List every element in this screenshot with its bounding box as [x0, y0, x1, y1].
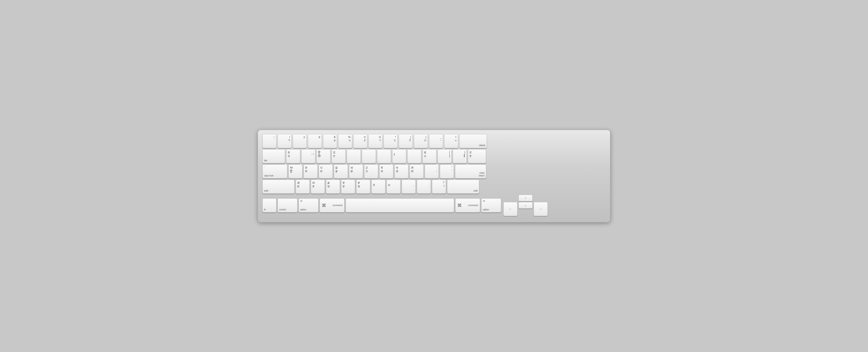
command-left-symbol: ⌘: [322, 203, 326, 208]
key-i[interactable]: · · f: [392, 149, 406, 163]
key-c[interactable]: ਛ਼ ਚ: [326, 180, 340, 194]
key-4[interactable]: $ ੪: [323, 134, 337, 148]
key-d[interactable]: ਪ ਦ: [319, 165, 333, 178]
key-backtick[interactable]: ~ `: [262, 134, 276, 148]
key-5[interactable]: % ੫: [338, 134, 352, 148]
key-1[interactable]: ! ੧: [278, 134, 291, 148]
key-2[interactable]: ੨: [293, 134, 307, 148]
key-3[interactable]: ੩: [308, 134, 322, 148]
key-j[interactable]: ਝ ਜ: [379, 165, 393, 178]
key-alt-right[interactable]: alt option: [481, 198, 501, 212]
key-arrow-left[interactable]: ←: [503, 202, 518, 216]
key-v[interactable]: ਝ਼ ਵ: [341, 180, 355, 194]
key-enter[interactable]: enter return: [455, 165, 486, 178]
tab-label: tab: [264, 159, 267, 162]
caps-lock-label: caps lock: [264, 174, 274, 177]
key-shift-right[interactable]: shift: [447, 180, 479, 194]
key-delete[interactable]: delete: [459, 134, 487, 148]
key-b[interactable]: ਭ ਬ: [356, 180, 370, 194]
key-y[interactable]: ·: [362, 149, 376, 163]
key-fn[interactable]: fn: [262, 198, 276, 212]
key-tilde-char: ~: [273, 136, 275, 139]
key-command-right[interactable]: ⌘ command: [455, 198, 480, 212]
key-f[interactable]: ਛ ਡ: [334, 165, 348, 178]
alt-left-label: option: [300, 208, 306, 211]
key-semicolon[interactable]: : ;: [425, 165, 439, 178]
key-8[interactable]: * ੮: [383, 134, 398, 148]
number-row: ~ ` ! ੧ ੨: [262, 134, 606, 148]
delete-label: delete: [479, 144, 485, 147]
key-arrow-down[interactable]: ↓: [519, 202, 532, 209]
key-z[interactable]: ਗ਼ ਜ਼: [296, 180, 310, 194]
key-space[interactable]: [346, 198, 454, 212]
key-a[interactable]: ਅ ਉ: [288, 165, 303, 178]
return-label: return: [479, 174, 485, 177]
key-h[interactable]: ਹ਼ ਹ: [364, 165, 378, 178]
fn-label: fn: [264, 208, 266, 211]
key-0[interactable]: ) ੦: [414, 134, 428, 148]
key-backtick-char: `: [274, 139, 275, 142]
arrow-keys-group: ↑ ← ↓ →: [503, 195, 548, 216]
alt-right-label: option: [483, 208, 489, 211]
key-bracket-open[interactable]: { [: [438, 149, 452, 163]
key-alt-left[interactable]: alt option: [299, 198, 318, 212]
key-l[interactable]: ਲ਼ ਲ: [410, 165, 424, 178]
key-minus[interactable]: _ -: [429, 134, 443, 148]
home-row: • caps lock ਅ ਉ ਸ਼ ਸ: [262, 165, 606, 178]
key-quote[interactable]: " ': [440, 165, 454, 178]
shift-right-label: shift: [473, 189, 477, 192]
key-slash[interactable]: ? /: [432, 180, 446, 194]
key-e[interactable]: ਉ ਇ: [316, 149, 331, 163]
key-o[interactable]: ·: [407, 149, 421, 163]
key-n[interactable]: · ਨ: [371, 180, 385, 194]
key-tab[interactable]: tab: [262, 149, 285, 163]
key-shift-left[interactable]: shift: [262, 180, 294, 194]
key-g[interactable]: ਘ ਗ: [349, 165, 363, 178]
shift-row: shift ਗ਼ ਜ਼ ਯ ਣ: [262, 180, 606, 194]
command-right-label: command: [468, 204, 478, 207]
key-s[interactable]: ਸ਼ ਸ: [304, 165, 318, 178]
key-p[interactable]: ਢ ਪ: [423, 149, 436, 163]
keyboard: ~ ` ! ੧ ੨: [258, 130, 610, 223]
key-period[interactable]: · .: [417, 180, 431, 194]
bottom-row: fn control alt option ⌘ command ⌘ comman…: [262, 195, 606, 216]
key-backslash[interactable]: ਣ ਣ: [468, 149, 486, 163]
key-arrow-up[interactable]: ↑: [519, 195, 532, 201]
key-control[interactable]: control: [278, 198, 298, 212]
key-x[interactable]: ਯ ਣ: [311, 180, 325, 194]
qwerty-row: tab ਥ ਤ · · · · ਾ: [262, 149, 606, 163]
key-w[interactable]: · · · · ਾ: [301, 149, 315, 163]
key-bracket-close[interactable]: } ‖: [453, 149, 467, 163]
enter-label: enter: [479, 172, 485, 174]
key-6[interactable]: ਖ਼ ੬: [353, 134, 367, 148]
key-arrow-right[interactable]: →: [534, 202, 548, 216]
key-equal[interactable]: + =: [444, 134, 458, 148]
key-9[interactable]: ( ੯: [399, 134, 413, 148]
key-k[interactable]: ਖ ਕ: [395, 165, 408, 178]
key-command-left[interactable]: ⌘ command: [320, 198, 344, 212]
key-t[interactable]: · ·: [347, 149, 361, 163]
key-m[interactable]: · ਮ: [386, 180, 401, 194]
key-u[interactable]: · ·: [377, 149, 391, 163]
key-7[interactable]: ਫ਼ ੭: [368, 134, 382, 148]
key-q[interactable]: ਥ ਤ: [286, 149, 300, 163]
key-caps-lock[interactable]: • caps lock: [262, 165, 287, 178]
command-left-label: command: [333, 204, 342, 207]
key-comma[interactable]: · ,: [402, 180, 416, 194]
shift-left-label: shift: [264, 189, 268, 192]
control-label: control: [279, 208, 286, 211]
command-right-symbol: ⌘: [457, 203, 462, 208]
key-r[interactable]: ਠ ਟ: [332, 149, 346, 163]
